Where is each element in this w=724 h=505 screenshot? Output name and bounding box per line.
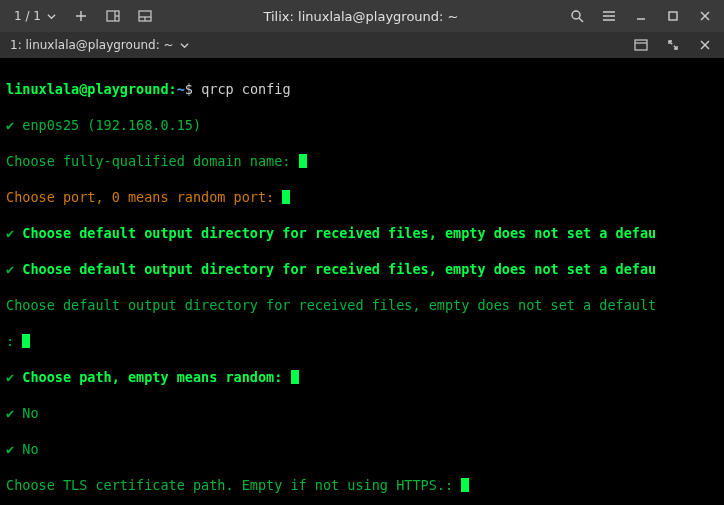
q-port: Choose port, 0 means random port: bbox=[6, 189, 274, 205]
maximize-button[interactable] bbox=[658, 2, 688, 30]
search-button[interactable] bbox=[562, 2, 592, 30]
split-down-button[interactable] bbox=[130, 2, 160, 30]
cursor-block bbox=[299, 154, 307, 168]
svg-line-7 bbox=[579, 18, 583, 22]
split-right-icon bbox=[106, 9, 120, 23]
check-icon: ✔ bbox=[6, 441, 14, 457]
output-line: ✔ enp0s25 (192.168.0.15) bbox=[6, 116, 718, 134]
output-line: Choose TLS certificate path. Empty if no… bbox=[6, 476, 718, 494]
svg-rect-12 bbox=[669, 12, 677, 20]
q-path: Choose path, empty means random: bbox=[22, 369, 282, 385]
close-icon bbox=[699, 10, 711, 22]
session-switcher[interactable]: 1 / 1 bbox=[4, 2, 64, 30]
fullscreen-pane-button[interactable] bbox=[660, 34, 686, 56]
maximize-icon bbox=[667, 10, 679, 22]
output-line: Choose fully-qualified domain name: bbox=[6, 152, 718, 170]
plus-icon bbox=[75, 10, 87, 22]
close-pane-button[interactable] bbox=[692, 34, 718, 56]
check-icon: ✔ bbox=[6, 405, 14, 421]
minimize-icon bbox=[635, 10, 647, 22]
output-line: Choose default output directory for rece… bbox=[6, 296, 718, 314]
output-line: ✔ Choose default output directory for re… bbox=[6, 260, 718, 278]
expand-icon bbox=[667, 39, 679, 51]
prompt-userhost: linuxlala@playground bbox=[6, 81, 169, 97]
close-button[interactable] bbox=[690, 2, 720, 30]
terminal-tabstrip: 1: linuxlala@playground: ~ bbox=[0, 32, 724, 58]
cursor-block bbox=[282, 190, 290, 204]
prompt-line: linuxlala@playground:~$ qrcp config bbox=[6, 80, 718, 98]
cursor-block bbox=[22, 334, 30, 348]
titlebar-left-group: 1 / 1 bbox=[4, 2, 160, 30]
terminal-viewport[interactable]: linuxlala@playground:~$ qrcp config ✔ en… bbox=[0, 58, 724, 505]
tab-label[interactable]: 1: linuxlala@playground: ~ bbox=[10, 38, 174, 52]
output-line: ✔ No bbox=[6, 440, 718, 458]
iface-text: enp0s25 (192.168.0.15) bbox=[22, 117, 201, 133]
q-outdir: Choose default output directory for rece… bbox=[22, 261, 656, 277]
readonly-toggle[interactable] bbox=[628, 34, 654, 56]
close-icon bbox=[700, 40, 710, 50]
chevron-down-icon bbox=[47, 12, 56, 21]
prompt-dollar: $ bbox=[185, 81, 193, 97]
terminal-icon bbox=[634, 39, 648, 51]
ans-no: No bbox=[22, 441, 38, 457]
session-label: 1 / 1 bbox=[14, 9, 41, 23]
check-icon: ✔ bbox=[6, 225, 14, 241]
q-outdir-cont: : bbox=[6, 333, 14, 349]
prompt-path: ~ bbox=[177, 81, 185, 97]
minimize-button[interactable] bbox=[626, 2, 656, 30]
new-session-button[interactable] bbox=[66, 2, 96, 30]
menu-button[interactable] bbox=[594, 2, 624, 30]
svg-rect-15 bbox=[635, 40, 647, 50]
q-tls-cert: Choose TLS certificate path. Empty if no… bbox=[6, 477, 453, 493]
split-right-button[interactable] bbox=[98, 2, 128, 30]
ans-no: No bbox=[22, 405, 38, 421]
search-icon bbox=[570, 9, 584, 23]
q-fqdn: Choose fully-qualified domain name: bbox=[6, 153, 290, 169]
titlebar: 1 / 1 Tilix: linuxlala@playground: ~ bbox=[0, 0, 724, 32]
window-title: Tilix: linuxlala@playground: ~ bbox=[160, 9, 562, 24]
hamburger-icon bbox=[602, 10, 616, 22]
command-text: qrcp config bbox=[201, 81, 290, 97]
titlebar-right-group bbox=[562, 2, 720, 30]
output-line: ✔ No bbox=[6, 404, 718, 422]
output-line: : bbox=[6, 332, 718, 350]
cursor-block bbox=[291, 370, 299, 384]
check-icon: ✔ bbox=[6, 369, 14, 385]
check-icon: ✔ bbox=[6, 117, 14, 133]
output-line: Choose port, 0 means random port: bbox=[6, 188, 718, 206]
cursor-block bbox=[461, 478, 469, 492]
split-down-icon bbox=[138, 9, 152, 23]
check-icon: ✔ bbox=[6, 261, 14, 277]
q-outdir: Choose default output directory for rece… bbox=[22, 225, 656, 241]
prompt-colon: : bbox=[169, 81, 177, 97]
q-outdir-plain: Choose default output directory for rece… bbox=[6, 297, 656, 313]
output-line: ✔ Choose path, empty means random: bbox=[6, 368, 718, 386]
output-line: ✔ Choose default output directory for re… bbox=[6, 224, 718, 242]
chevron-down-icon[interactable] bbox=[180, 41, 189, 50]
svg-point-6 bbox=[572, 11, 580, 19]
